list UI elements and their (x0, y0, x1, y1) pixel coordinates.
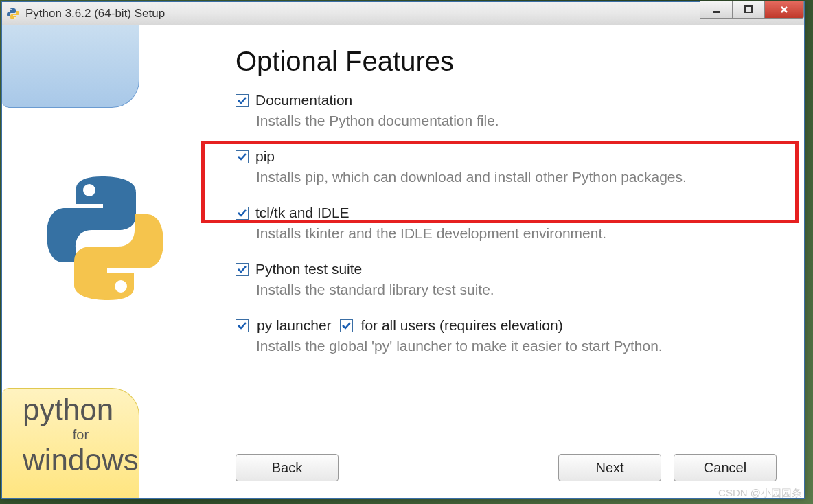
option-desc: Installs tkinter and the IDLE developmen… (256, 225, 777, 242)
svg-rect-3 (745, 6, 752, 12)
brand-line-3: windows (23, 443, 139, 477)
app-icon (6, 7, 20, 21)
option-tcltk: tcl/tk and IDLE Installs tkinter and the… (236, 202, 777, 244)
option-label-secondary: for all users (requires elevation) (361, 317, 563, 334)
svg-point-4 (83, 184, 95, 196)
option-label: pip (255, 148, 275, 165)
option-label: Documentation (255, 92, 352, 108)
back-button[interactable]: Back (236, 454, 339, 481)
option-desc: Installs pip, which can download and ins… (256, 169, 777, 185)
checkbox-pylauncher[interactable] (236, 319, 249, 332)
option-documentation: Documentation Installs the Python docume… (236, 89, 777, 132)
svg-point-1 (14, 17, 16, 19)
option-label: Python test suite (255, 261, 362, 277)
main-panel: Optional Features Documentation Installs… (215, 25, 804, 498)
option-desc: Installs the standard library test suite… (256, 282, 777, 298)
brand-line-1: python (23, 393, 139, 427)
window-controls (700, 1, 804, 19)
option-pylauncher: py launcher for all users (requires elev… (236, 314, 777, 357)
svg-point-5 (115, 280, 127, 293)
maximize-button[interactable] (732, 1, 765, 19)
option-label: tcl/tk and IDLE (255, 205, 350, 221)
option-label: py launcher (257, 317, 332, 334)
brand-line-2: for (23, 427, 139, 443)
svg-point-0 (10, 9, 12, 10)
close-button[interactable] (764, 1, 804, 19)
page-heading: Optional Features (236, 46, 777, 77)
titlebar[interactable]: Python 3.6.2 (64-bit) Setup (2, 2, 804, 25)
cancel-button[interactable]: Cancel (674, 454, 777, 481)
minimize-button[interactable] (700, 1, 733, 19)
checkbox-allusers[interactable] (340, 319, 353, 332)
option-desc: Installs the Python documentation file. (256, 113, 777, 129)
checkbox-documentation[interactable] (236, 94, 249, 107)
next-button[interactable]: Next (558, 454, 661, 481)
window-title: Python 3.6.2 (64-bit) Setup (25, 7, 165, 21)
option-desc: Installs the global 'py' launcher to mak… (256, 338, 777, 354)
checkbox-pip[interactable] (236, 150, 249, 163)
python-logo-icon (36, 170, 174, 310)
watermark-text: CSDN @小园园条 (718, 487, 802, 500)
decorative-blue-shape (2, 25, 139, 108)
installer-window: Python 3.6.2 (64-bit) Setup (1, 1, 805, 499)
checkbox-tcltk[interactable] (236, 207, 249, 220)
button-bar: Back Next Cancel (236, 454, 777, 481)
sidebar: python for windows (2, 25, 215, 498)
checkbox-testsuite[interactable] (236, 263, 249, 276)
sidebar-branding: python for windows (23, 393, 139, 477)
option-pip: pip Installs pip, which can download and… (236, 146, 777, 188)
svg-rect-2 (713, 11, 720, 13)
content-area: python for windows Optional Features Doc… (2, 25, 804, 498)
option-testsuite: Python test suite Installs the standard … (236, 258, 777, 301)
